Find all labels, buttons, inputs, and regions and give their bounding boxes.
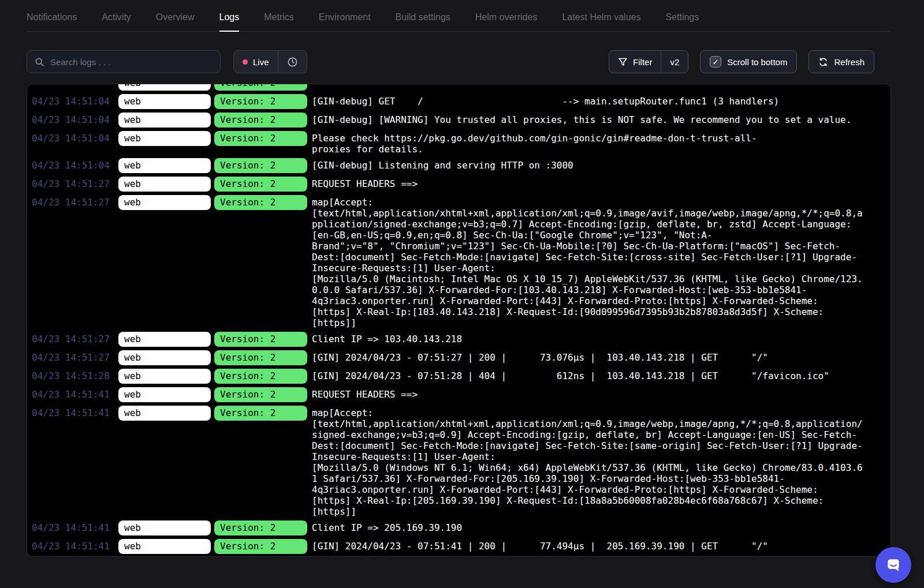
filter-label: Filter [633,57,652,67]
toolbar-right-group: Filter v2 ✓ Scroll to bottom [609,50,874,73]
log-message: [GIN-debug] [WARNING] You trusted all pr… [312,113,886,125]
log-row: 04/23 14:51:41 web Version: 2 REQUEST HE… [29,385,886,404]
log-time: 04/23 14:51:27 [29,177,114,192]
scroll-to-bottom-label: Scroll to bottom [727,57,787,67]
log-row: 04/23 14:51:27 web Version: 2 Client IP … [29,330,886,349]
log-rows: web Version: 2 04/23 14:51:04 web Versio… [29,84,886,556]
log-time: 04/23 14:51:41 [29,539,114,554]
filter-version-label: v2 [670,57,679,67]
service-badge: web [118,520,211,535]
version-badge: Version: 2 [214,332,307,347]
log-row: 04/23 14:51:27 web Version: 2 REQUEST HE… [29,175,886,193]
search-input[interactable] [50,57,213,67]
version-badge: Version: 2 [214,520,307,535]
scroll-to-bottom-control: ✓ Scroll to bottom [700,50,797,73]
chat-bubble-icon [885,556,902,574]
tab-environment[interactable]: Environment [319,0,371,32]
log-message: Client IP => 205.169.39.190 [312,520,886,533]
service-badge: web [118,84,211,91]
log-time: 04/23 14:51:04 [29,158,114,173]
version-badge: Version: 2 [214,94,307,109]
tab-overview[interactable]: Overview [156,0,195,32]
service-badge: web [118,387,211,402]
log-time: 04/23 14:51:04 [29,113,114,128]
live-control: Live [233,50,307,73]
filter-funnel-icon [618,57,628,67]
service-badge: web [118,131,211,146]
service-badge: web [118,158,211,173]
service-badge: web [118,539,211,554]
log-row: 04/23 14:51:27 web Version: 2 map[Accept… [29,193,886,330]
version-badge: Version: 2 [214,350,307,365]
service-badge: web [118,332,211,347]
log-viewer-panel[interactable]: web Version: 2 04/23 14:51:04 web Versio… [27,84,891,557]
log-time: 04/23 14:51:04 [29,131,114,146]
version-badge: Version: 2 [214,539,307,554]
log-time: 04/23 14:51:27 [29,195,114,210]
log-message: REQUEST HEADERS ==> [312,387,886,400]
version-badge: Version: 2 [214,369,307,384]
time-range-button[interactable] [278,51,307,73]
refresh-label: Refresh [834,57,865,67]
filter-version-button[interactable]: v2 [661,51,688,73]
live-label: Live [253,57,269,67]
log-message: map[Accept: [text/html,application/xhtml… [312,195,886,328]
search-icon [35,57,44,67]
log-row: 04/23 14:51:04 web Version: 2 [GIN-debug… [29,92,886,111]
tab-latest-helm-values[interactable]: Latest Helm values [562,0,640,32]
version-badge: Version: 2 [214,177,307,192]
log-message: [GIN-debug] GET / --> main.setupRouter.f… [312,94,886,107]
service-badge: web [118,369,211,384]
service-badge: web [118,195,211,210]
log-message: Client IP => 103.40.143.218 [312,332,886,344]
scroll-checkbox[interactable]: ✓ [710,56,721,68]
log-message: [GIN] 2024/04/23 - 07:51:28 | 404 | 612n… [312,369,886,381]
service-badge: web [118,406,211,421]
log-row: web Version: 2 [29,84,886,92]
log-message: map[Accept: [text/html,application/xhtml… [312,406,886,517]
refresh-button[interactable]: Refresh [809,51,874,73]
clock-icon [287,57,298,68]
version-badge: Version: 2 [214,195,307,210]
tab-logs[interactable]: Logs [219,0,240,32]
tab-activity[interactable]: Activity [102,0,131,32]
log-row: 04/23 14:51:04 web Version: 2 [GIN-debug… [29,156,886,175]
version-badge: Version: 2 [214,113,307,128]
log-row: 04/23 14:51:41 web Version: 2 map[Accept… [29,404,886,519]
log-row: 04/23 14:51:04 web Version: 2 Please che… [29,129,886,156]
log-time: 04/23 14:51:41 [29,406,114,421]
log-time: 04/23 14:51:27 [29,332,114,347]
service-badge: web [118,177,211,192]
log-time: 04/23 14:51:41 [29,520,114,535]
log-message: [GIN-debug] Listening and serving HTTP o… [312,158,886,171]
filter-button[interactable]: Filter [609,51,661,73]
log-time: 04/23 14:51:04 [29,94,114,109]
log-row: 04/23 14:51:41 web Version: 2 Client IP … [29,519,886,537]
log-row: 04/23 14:51:28 web Version: 2 [GIN] 2024… [29,367,886,385]
live-toggle-button[interactable]: Live [234,51,278,73]
tab-metrics[interactable]: Metrics [264,0,294,32]
refresh-icon [818,57,828,67]
version-badge: Version: 2 [214,131,307,146]
top-nav: Notifications Activity Overview Logs Met… [0,0,924,32]
log-row: 04/23 14:51:41 web Version: 2 [GIN] 2024… [29,537,886,556]
service-badge: web [118,350,211,365]
logs-toolbar: Live Filter v2 [27,50,891,73]
service-badge: web [118,94,211,109]
version-badge: Version: 2 [214,84,307,91]
service-badge: web [118,113,211,128]
log-message: [GIN] 2024/04/23 - 07:51:27 | 200 | 73.0… [312,350,886,363]
filter-control: Filter v2 [609,50,688,73]
tab-helm-overrides[interactable]: Helm overrides [475,0,538,32]
chat-launcher-button[interactable] [875,547,911,583]
log-time: 04/23 14:51:28 [29,369,114,384]
version-badge: Version: 2 [214,387,307,402]
scroll-to-bottom-button[interactable]: ✓ Scroll to bottom [701,51,796,73]
search-box [27,50,221,73]
tab-settings[interactable]: Settings [665,0,699,32]
tab-notifications[interactable]: Notifications [27,0,77,32]
log-row: 04/23 14:51:27 web Version: 2 [GIN] 2024… [29,349,886,367]
tab-build-settings[interactable]: Build settings [396,0,450,32]
log-message: [GIN] 2024/04/23 - 07:51:41 | 200 | 77.4… [312,539,886,552]
version-badge: Version: 2 [214,158,307,173]
